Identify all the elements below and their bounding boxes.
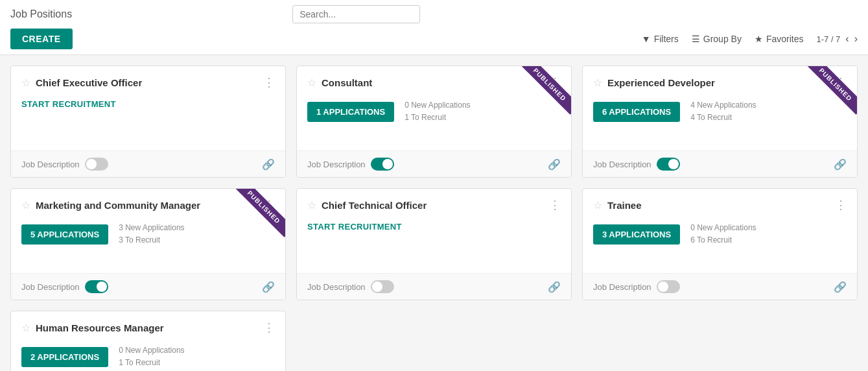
card-stats: 0 New Applications 1 To Recruit xyxy=(119,344,184,369)
job-description-toggle[interactable] xyxy=(85,158,108,171)
job-description-toggle[interactable] xyxy=(371,158,394,171)
start-recruitment-button[interactable]: START RECRUITMENT xyxy=(307,222,402,232)
card-human-resources-manager: ☆ Human Resources Manager ⋮ 2 APPLICATIO… xyxy=(10,311,286,371)
card-title: Human Resources Manager xyxy=(36,322,164,333)
external-link-icon[interactable]: 🔗 xyxy=(548,158,561,171)
card-title: Trainee xyxy=(607,200,642,211)
applications-button[interactable]: 3 APPLICATIONS xyxy=(593,224,680,245)
favorite-star-icon[interactable]: ☆ xyxy=(307,199,316,211)
card-body: ☆ Human Resources Manager ⋮ 2 APPLICATIO… xyxy=(11,311,285,371)
card-action-stats: 2 APPLICATIONS 0 New Applications 1 To R… xyxy=(21,344,275,369)
group-by-icon: ☰ xyxy=(692,34,700,44)
card-title: Chief Technical Officer xyxy=(322,200,427,211)
filter-icon: ▼ xyxy=(642,34,651,44)
new-applications: 4 New Applications xyxy=(690,99,756,112)
job-description-toggle[interactable] xyxy=(371,280,394,293)
group-by-button[interactable]: ☰ Group By xyxy=(692,34,742,44)
applications-button[interactable]: 6 APPLICATIONS xyxy=(593,102,680,122)
favorite-star-icon[interactable]: ☆ xyxy=(21,322,30,334)
favorite-star-icon[interactable]: ☆ xyxy=(21,77,30,89)
card-menu-icon[interactable]: ⋮ xyxy=(263,322,275,333)
card-stats: 0 New Applications 6 To Recruit xyxy=(690,222,756,246)
job-description-row: Job Description xyxy=(307,158,394,171)
applications-button[interactable]: 5 APPLICATIONS xyxy=(21,224,108,245)
external-link-icon[interactable]: 🔗 xyxy=(262,281,275,293)
card-stats: 0 New Applications 1 To Recruit xyxy=(405,99,470,124)
card-body: ☆ Chief Technical Officer ⋮ START RECRUI… xyxy=(297,189,571,273)
applications-button[interactable]: 2 APPLICATIONS xyxy=(21,347,108,367)
favorite-star-icon[interactable]: ☆ xyxy=(593,199,602,211)
job-description-label: Job Description xyxy=(21,282,80,292)
pagination-prev[interactable]: ‹ xyxy=(845,33,849,45)
external-link-icon[interactable]: 🔗 xyxy=(548,281,561,293)
card-header: ☆ Chief Technical Officer ⋮ xyxy=(307,199,561,211)
card-body: ☆ Chief Executive Officer ⋮ START RECRUI… xyxy=(11,66,285,150)
new-applications: 0 New Applications xyxy=(405,99,470,112)
card-stats: 3 New Applications 3 To Recruit xyxy=(119,222,184,246)
job-description-row: Job Description xyxy=(21,158,108,171)
card-trainee: ☆ Trainee ⋮ 3 APPLICATIONS 0 New Applica… xyxy=(582,188,858,300)
card-menu-icon[interactable]: ⋮ xyxy=(263,77,275,88)
card-header: ☆ Trainee ⋮ xyxy=(593,199,847,211)
job-description-toggle[interactable] xyxy=(85,280,108,293)
new-applications: 3 New Applications xyxy=(119,222,184,234)
job-description-label: Job Description xyxy=(593,282,651,292)
job-description-label: Job Description xyxy=(21,160,80,169)
card-footer: Job Description 🔗 xyxy=(297,273,571,300)
search-input[interactable] xyxy=(292,5,420,23)
star-icon: ★ xyxy=(755,34,763,44)
published-label: PUBLISHED xyxy=(234,189,285,237)
pagination-next[interactable]: › xyxy=(854,33,858,45)
page-title: Job Positions xyxy=(10,8,72,20)
create-button[interactable]: CREATE xyxy=(10,29,73,49)
start-recruitment-button[interactable]: START RECRUITMENT xyxy=(21,99,116,109)
card-footer: Job Description 🔗 xyxy=(297,150,571,177)
to-recruit: 1 To Recruit xyxy=(119,357,184,369)
favorites-button[interactable]: ★ Favorites xyxy=(755,34,804,44)
job-description-label: Job Description xyxy=(307,282,366,292)
card-footer: Job Description 🔗 xyxy=(11,150,285,177)
published-label: PUBLISHED xyxy=(520,66,571,115)
filters-button[interactable]: ▼ Filters xyxy=(642,34,679,44)
card-footer: Job Description 🔗 xyxy=(583,150,857,177)
card-chief-technical-officer: ☆ Chief Technical Officer ⋮ START RECRUI… xyxy=(296,188,572,300)
external-link-icon[interactable]: 🔗 xyxy=(834,158,847,171)
external-link-icon[interactable]: 🔗 xyxy=(262,158,275,171)
applications-button[interactable]: 1 APPLICATIONS xyxy=(307,102,394,122)
published-ribbon: PUBLISHED xyxy=(799,66,857,125)
job-description-row: Job Description xyxy=(307,280,394,293)
new-applications: 0 New Applications xyxy=(119,344,184,357)
card-title: Experienced Developer xyxy=(607,77,715,88)
job-description-row: Job Description xyxy=(21,280,108,293)
card-title: Consultant xyxy=(322,77,372,88)
job-description-label: Job Description xyxy=(593,160,651,169)
card-menu-icon[interactable]: ⋮ xyxy=(835,199,847,211)
favorite-star-icon[interactable]: ☆ xyxy=(307,77,316,89)
favorite-star-icon[interactable]: ☆ xyxy=(593,77,602,89)
card-menu-icon[interactable]: ⋮ xyxy=(549,199,561,211)
job-description-toggle[interactable] xyxy=(657,158,680,171)
card-consultant: PUBLISHED ☆ Consultant ⋮ 1 APPLICATIONS … xyxy=(296,66,572,178)
card-body: ☆ Trainee ⋮ 3 APPLICATIONS 0 New Applica… xyxy=(583,189,857,273)
to-recruit: 3 To Recruit xyxy=(119,234,184,246)
job-description-row: Job Description xyxy=(593,280,680,293)
job-description-toggle[interactable] xyxy=(657,280,680,293)
job-description-row: Job Description xyxy=(593,158,680,171)
card-footer: Job Description 🔗 xyxy=(583,273,857,300)
pagination: 1-7 / 7 ‹ › xyxy=(816,33,858,45)
card-action-stats: START RECRUITMENT xyxy=(307,222,561,232)
card-chief-executive-officer: ☆ Chief Executive Officer ⋮ START RECRUI… xyxy=(10,66,286,178)
card-action-stats: 3 APPLICATIONS 0 New Applications 6 To R… xyxy=(593,222,847,246)
card-stats: 4 New Applications 4 To Recruit xyxy=(690,99,756,124)
card-title: Marketing and Community Manager xyxy=(36,200,200,211)
favorite-star-icon[interactable]: ☆ xyxy=(21,199,30,211)
card-header: ☆ Human Resources Manager ⋮ xyxy=(21,322,275,334)
external-link-icon[interactable]: 🔗 xyxy=(834,281,847,293)
card-marketing-community-manager: PUBLISHED ☆ Marketing and Community Mana… xyxy=(10,188,286,300)
to-recruit: 4 To Recruit xyxy=(690,112,756,124)
card-footer: Job Description 🔗 xyxy=(11,273,285,300)
published-label: PUBLISHED xyxy=(806,66,857,115)
job-description-label: Job Description xyxy=(307,160,366,169)
published-ribbon: PUBLISHED xyxy=(513,66,571,125)
card-header: ☆ Chief Executive Officer ⋮ xyxy=(21,77,275,89)
